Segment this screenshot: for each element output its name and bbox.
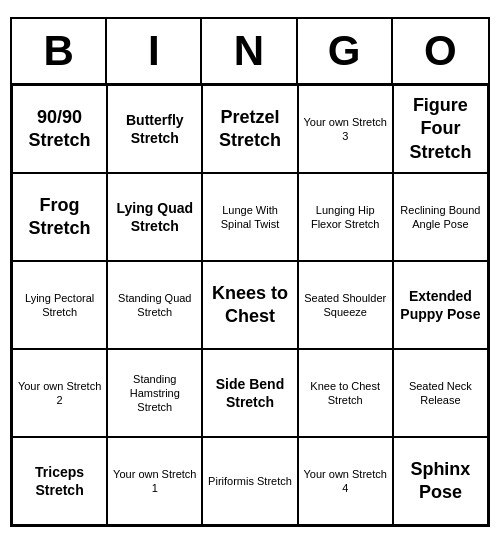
bingo-cell: Your own Stretch 3 [298, 85, 393, 173]
bingo-cell: Your own Stretch 2 [12, 349, 107, 437]
header-letter-i: I [107, 19, 202, 83]
header-letter-g: G [298, 19, 393, 83]
bingo-cell: Piriformis Stretch [202, 437, 297, 525]
bingo-card: BINGO 90/90 StretchButterfly StretchPret… [10, 17, 490, 527]
bingo-cell: Frog Stretch [12, 173, 107, 261]
header-letter-n: N [202, 19, 297, 83]
bingo-cell: Reclining Bound Angle Pose [393, 173, 488, 261]
bingo-cell: Seated Shoulder Squeeze [298, 261, 393, 349]
bingo-cell: Lunging Hip Flexor Stretch [298, 173, 393, 261]
bingo-cell: Butterfly Stretch [107, 85, 202, 173]
bingo-cell: Extended Puppy Pose [393, 261, 488, 349]
bingo-grid: 90/90 StretchButterfly StretchPretzel St… [12, 85, 488, 525]
bingo-cell: Knee to Chest Stretch [298, 349, 393, 437]
bingo-cell: Lying Pectoral Stretch [12, 261, 107, 349]
bingo-cell: Knees to Chest [202, 261, 297, 349]
bingo-cell: Lying Quad Stretch [107, 173, 202, 261]
bingo-cell: Seated Neck Release [393, 349, 488, 437]
bingo-cell: Triceps Stretch [12, 437, 107, 525]
bingo-cell: Your own Stretch 1 [107, 437, 202, 525]
bingo-cell: Side Bend Stretch [202, 349, 297, 437]
bingo-cell: Figure Four Stretch [393, 85, 488, 173]
bingo-cell: Pretzel Stretch [202, 85, 297, 173]
bingo-cell: Standing Hamstring Stretch [107, 349, 202, 437]
bingo-cell: Your own Stretch 4 [298, 437, 393, 525]
header-letter-b: B [12, 19, 107, 83]
bingo-cell: Lunge With Spinal Twist [202, 173, 297, 261]
bingo-cell: 90/90 Stretch [12, 85, 107, 173]
bingo-cell: Standing Quad Stretch [107, 261, 202, 349]
bingo-header: BINGO [12, 19, 488, 85]
header-letter-o: O [393, 19, 488, 83]
bingo-cell: Sphinx Pose [393, 437, 488, 525]
